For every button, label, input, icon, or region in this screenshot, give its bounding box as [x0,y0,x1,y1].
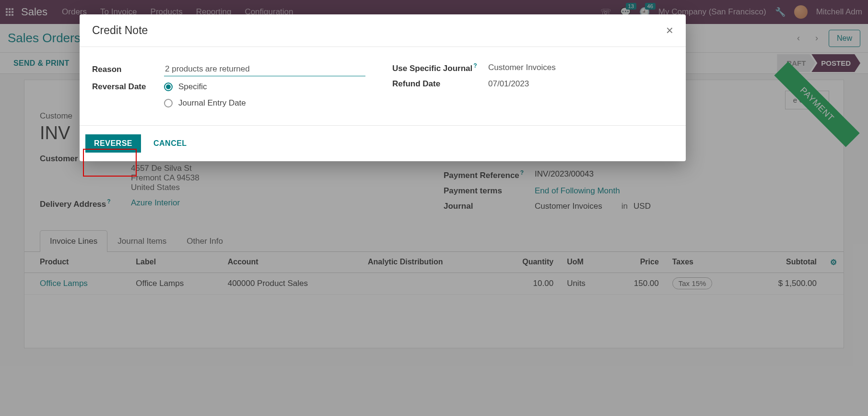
reversal-date-label: Reversal Date [92,82,164,92]
use-journal-value[interactable]: Customer Invoices [488,63,556,72]
reason-input[interactable] [164,62,365,76]
radio-specific[interactable]: Specific [164,82,246,92]
reverse-button[interactable]: REVERSE [85,134,141,153]
radio-journal-entry-date[interactable]: Journal Entry Date [164,98,246,108]
radio-icon[interactable] [164,83,173,91]
reason-label: Reason [92,65,164,74]
refund-date-value[interactable]: 07/01/2023 [488,79,529,89]
radio-icon[interactable] [164,99,173,107]
use-journal-label: Use Specific Journal? [392,62,488,73]
modal-title: Credit Note [92,24,148,37]
credit-note-modal: Credit Note × Reason Reversal Date Speci… [80,14,686,161]
refund-date-label: Refund Date [392,79,488,89]
cancel-button[interactable]: CANCEL [147,134,194,153]
help-icon[interactable]: ? [473,62,477,69]
close-icon[interactable]: × [666,23,673,38]
